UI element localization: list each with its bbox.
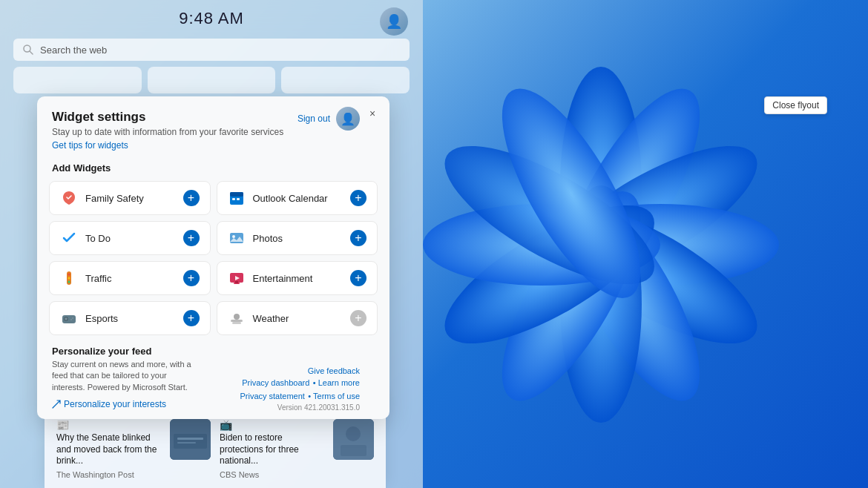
- photos-icon: [228, 229, 246, 247]
- family-safety-add-button[interactable]: +: [183, 190, 200, 206]
- story-1-source-icon: 📰: [56, 419, 162, 431]
- svg-point-42: [346, 426, 361, 441]
- outlook-calendar-add-button[interactable]: +: [350, 190, 366, 206]
- svg-rect-40: [177, 442, 196, 444]
- widget-grid: Family Safety + Outlook Calendar + To Do: [37, 181, 389, 335]
- widget-btn-3[interactable]: [281, 67, 410, 93]
- story-card-2[interactable]: 📺 Biden to restore protections for three…: [220, 419, 374, 479]
- svg-point-19: [232, 235, 235, 238]
- widget-btn-1[interactable]: [13, 67, 142, 93]
- stories-grid: 📰 Why the Senate blinked and moved back …: [56, 419, 374, 479]
- dialog-close-button[interactable]: ×: [364, 105, 381, 122]
- windows-bloom: [393, 22, 823, 467]
- photos-name: Photos: [253, 233, 283, 244]
- privacy-statement-link[interactable]: Privacy statement: [240, 392, 304, 400]
- story-1-thumbnail: [170, 419, 211, 460]
- todo-add-button[interactable]: +: [183, 230, 200, 246]
- svg-point-1: [536, 70, 725, 317]
- search-icon: [22, 44, 34, 56]
- version-text: Version 421.20031.315.0: [240, 403, 360, 412]
- widget-item-photos: Photos +: [217, 221, 378, 255]
- entertainment-name: Entertainment: [253, 273, 313, 284]
- widget-btn-2[interactable]: [148, 67, 276, 93]
- give-feedback-link[interactable]: Give feedback: [240, 366, 360, 375]
- privacy-dashboard-link[interactable]: Privacy dashboard: [242, 378, 309, 387]
- svg-point-8: [427, 179, 673, 369]
- widget-item-esports: Esports +: [49, 301, 211, 335]
- story-2-thumbnail: [333, 419, 374, 460]
- svg-rect-39: [177, 438, 203, 440]
- family-safety-name: Family Safety: [85, 193, 144, 204]
- story-card-1[interactable]: 📰 Why the Senate blinked and moved back …: [56, 419, 211, 479]
- svg-point-11: [476, 70, 665, 317]
- family-safety-icon: [60, 189, 78, 207]
- outlook-calendar-name: Outlook Calendar: [253, 193, 328, 204]
- tips-link[interactable]: Get tips for widgets: [52, 140, 375, 151]
- weather-add-button[interactable]: +: [350, 310, 366, 326]
- svg-point-6: [560, 185, 642, 423]
- svg-point-3: [542, 204, 779, 286]
- svg-point-5: [536, 173, 725, 419]
- todo-icon: [60, 229, 78, 247]
- svg-rect-31: [65, 317, 67, 320]
- widget-buttons-row: [13, 67, 410, 93]
- svg-point-33: [70, 319, 72, 320]
- close-flyout-button[interactable]: Close flyout: [764, 96, 827, 114]
- widget-item-traffic: Traffic +: [49, 261, 211, 295]
- todo-name: To Do: [85, 233, 111, 244]
- widget-item-weather: Weather +: [217, 301, 378, 335]
- story-2-source-icon: 📺: [220, 419, 326, 431]
- personalize-title: Personalize your feed: [52, 346, 200, 357]
- story-2-headline: Biden to restore protections for three n…: [220, 432, 326, 467]
- terms-of-use-link[interactable]: Terms of use: [313, 392, 360, 400]
- top-bar: 9:48 AM 👤: [0, 0, 423, 34]
- esports-icon: [60, 309, 78, 327]
- photos-add-button[interactable]: +: [350, 230, 366, 246]
- svg-point-4: [529, 179, 775, 369]
- personalize-section: Personalize your feed Stay current on ne…: [37, 335, 389, 419]
- traffic-icon: [60, 269, 78, 287]
- svg-rect-15: [230, 192, 243, 197]
- entertainment-add-button[interactable]: +: [350, 270, 366, 286]
- time-display: 9:48 AM: [179, 9, 244, 28]
- svg-point-2: [529, 120, 775, 309]
- entertainment-icon: [228, 269, 246, 287]
- avatar-top[interactable]: 👤: [380, 7, 408, 36]
- personalize-link[interactable]: Personalize your interests: [52, 399, 166, 409]
- feedback-area: Give feedback Privacy dashboard • Learn …: [225, 366, 375, 412]
- add-widgets-label: Add Widgets: [37, 156, 389, 181]
- svg-rect-16: [232, 198, 235, 200]
- outlook-calendar-icon: [228, 189, 246, 207]
- story-1-headline: Why the Senate blinked and moved back fr…: [56, 432, 162, 467]
- sign-out-link[interactable]: Sign out: [297, 113, 330, 124]
- traffic-add-button[interactable]: +: [183, 270, 200, 286]
- weather-icon: [228, 309, 246, 327]
- search-bar[interactable]: Search the web: [13, 39, 410, 61]
- widget-item-outlook-calendar: Outlook Calendar +: [217, 181, 378, 215]
- svg-line-13: [30, 51, 33, 54]
- svg-rect-26: [235, 281, 238, 283]
- learn-more-link[interactable]: Learn more: [318, 378, 360, 387]
- svg-rect-17: [237, 198, 240, 200]
- traffic-name: Traffic: [85, 273, 111, 284]
- widget-settings-dialog: Widget settings Stay up to date with inf…: [37, 96, 389, 419]
- svg-rect-43: [341, 445, 366, 456]
- svg-point-32: [72, 317, 73, 319]
- personalize-desc: Stay current on news and more, with a fe…: [52, 359, 200, 393]
- esports-add-button[interactable]: +: [183, 310, 200, 326]
- widget-item-entertainment: Entertainment +: [217, 261, 378, 295]
- svg-point-23: [68, 281, 70, 283]
- svg-point-34: [234, 314, 240, 320]
- svg-point-22: [68, 277, 70, 280]
- weather-name: Weather: [253, 313, 289, 324]
- svg-point-10: [427, 120, 673, 309]
- svg-rect-38: [174, 434, 207, 449]
- svg-rect-36: [232, 322, 241, 324]
- svg-rect-35: [231, 320, 243, 322]
- svg-point-21: [68, 274, 70, 276]
- dialog-header: Widget settings Stay up to date with inf…: [37, 96, 389, 156]
- search-placeholder: Search the web: [40, 44, 107, 56]
- esports-name: Esports: [85, 313, 118, 324]
- widget-item-to-do: To Do +: [49, 221, 211, 255]
- user-avatar-dialog: 👤: [336, 107, 360, 131]
